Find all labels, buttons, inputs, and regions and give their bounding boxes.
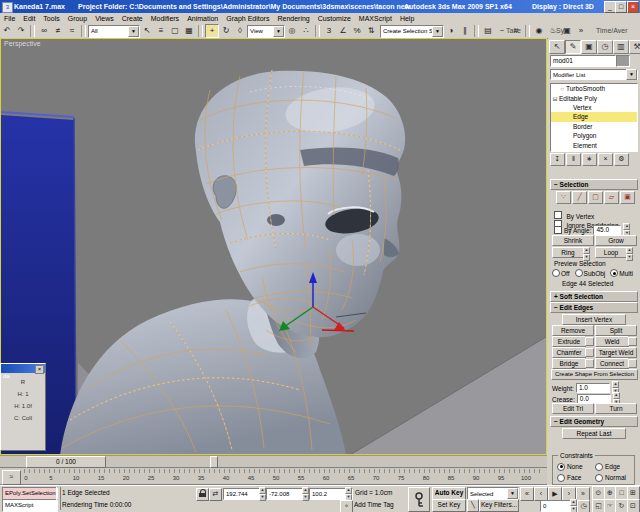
play-button[interactable]: ▶ (548, 487, 562, 501)
selection-filter-dropdown[interactable]: All ▼ (88, 25, 140, 38)
floating-dialog[interactable]: da × RH: 1H: 1.0fC: Coll (0, 363, 46, 451)
turn-button[interactable]: Turn (595, 403, 637, 414)
ring-spinner[interactable]: ▲▼ (583, 247, 590, 261)
min-max-toggle-icon[interactable]: ⊡ (627, 499, 640, 512)
border-mode-icon[interactable]: ▢ (588, 191, 603, 204)
chamfer-settings-button[interactable] (585, 348, 594, 357)
make-unique-icon[interactable]: ∗ (582, 153, 597, 166)
y-coordinate-field[interactable]: -72.008▲▼ (266, 488, 310, 500)
edit-edges-rollout-header[interactable]: − Edit Edges (550, 302, 638, 313)
layer-manager-icon[interactable]: ▤ (481, 24, 495, 38)
close-button[interactable]: × (627, 1, 639, 13)
chamfer-button[interactable]: Chamfer (552, 347, 586, 358)
menu-item[interactable]: Graph Editors (222, 15, 273, 22)
go-to-end-button[interactable]: » (576, 487, 590, 501)
time-slider-handle[interactable]: 0 / 100 (26, 456, 106, 468)
constraint-radio[interactable]: Edge (595, 461, 633, 472)
constraint-radio[interactable]: Normal (595, 472, 633, 483)
menu-item[interactable]: Views (91, 15, 118, 22)
menu-item[interactable]: Tools (39, 15, 63, 22)
key-filters-button[interactable]: Key Filters... (479, 499, 519, 512)
extrude-button[interactable]: Extrude (552, 336, 586, 347)
reference-coordinate-dropdown[interactable]: View ▼ (247, 25, 285, 38)
configure-modifier-sets-icon[interactable]: ⚙ (614, 153, 629, 166)
show-end-result-icon[interactable]: ‖ (566, 153, 581, 166)
constraint-radio[interactable]: Face (557, 472, 595, 483)
preview-radio[interactable]: Off (552, 269, 570, 277)
tab-utilities[interactable]: ⚒ (629, 40, 640, 54)
tab-motion[interactable]: ◷ (597, 40, 613, 54)
selection-lock-toggle[interactable] (196, 488, 209, 501)
edge-mode-icon[interactable]: ╱ (572, 191, 587, 204)
time-slider-end-button[interactable] (210, 456, 218, 468)
spinner[interactable]: ▲▼ (570, 499, 577, 512)
align-icon[interactable]: ∥ (458, 24, 472, 38)
grow-button[interactable]: Grow (595, 235, 637, 246)
menu-item[interactable]: Edit (19, 15, 39, 22)
remove-modifier-icon[interactable]: × (598, 153, 613, 166)
current-frame-field[interactable]: 0▲▼ (540, 500, 578, 512)
element-mode-icon[interactable]: ▣ (620, 191, 635, 204)
create-shape-button[interactable]: Create Shape From Selection (551, 369, 638, 380)
tab-modify[interactable]: ✎ (565, 40, 581, 54)
unlink-selection-icon[interactable]: ≠ (51, 24, 65, 38)
floating-dialog-titlebar[interactable]: da × (1, 364, 45, 373)
menu-item[interactable]: Modifiers (147, 15, 183, 22)
spinner[interactable]: ▲▼ (302, 487, 309, 501)
previous-frame-button[interactable]: ‹ (534, 487, 548, 501)
menu-item[interactable]: Rendering (273, 15, 313, 22)
menu-item[interactable]: Customize (314, 15, 355, 22)
bridge-settings-button[interactable] (585, 359, 594, 368)
go-to-start-button[interactable]: « (520, 487, 534, 501)
modifier-stack-row[interactable]: ○ TurboSmooth (551, 84, 637, 93)
tab-hierarchy[interactable]: ▣ (581, 40, 597, 54)
viewport-label[interactable]: Perspective (4, 40, 41, 47)
tab-display[interactable]: ▥ (613, 40, 629, 54)
z-coordinate-field[interactable]: 100.2▲▼ (309, 488, 353, 500)
connect-button[interactable]: Connect (595, 358, 629, 369)
constraint-radio[interactable]: None (557, 461, 595, 472)
selection-rollout-header[interactable]: − Selection (550, 179, 638, 190)
modifier-stack-row[interactable]: Border (551, 122, 637, 131)
bridge-button[interactable]: Bridge (552, 358, 586, 369)
ring-button[interactable]: Ring (552, 247, 584, 258)
edit-geometry-rollout-header[interactable]: − Edit Geometry (550, 416, 638, 427)
maximize-button[interactable]: □ (615, 1, 627, 13)
object-color-swatch[interactable] (616, 55, 630, 67)
set-keys-button[interactable] (408, 487, 430, 512)
use-pivot-center-icon[interactable]: ◎ (285, 24, 299, 38)
rectangular-region-icon[interactable]: ▢ (168, 24, 182, 38)
add-time-tag[interactable]: Add Time Tag (354, 501, 394, 508)
percent-snap-icon[interactable]: % (350, 24, 364, 38)
pin-stack-icon[interactable]: ↧ (550, 153, 565, 166)
preview-radio[interactable]: Multi (610, 269, 633, 277)
menu-item[interactable]: MAXScript (355, 15, 396, 22)
weld-button[interactable]: Weld (595, 336, 629, 347)
insert-vertex-button[interactable]: Insert Vertex (562, 314, 626, 325)
absolute-offset-toggle[interactable]: ⇄ (209, 488, 222, 501)
menu-item[interactable]: Animation (183, 15, 222, 22)
preview-radio[interactable]: SubObj (575, 269, 606, 277)
spinner-snap-icon[interactable]: ⇅ (364, 24, 378, 38)
set-key-button[interactable]: Set Key (432, 499, 466, 512)
perspective-viewport[interactable] (0, 38, 547, 455)
modifier-stack-row[interactable]: ⊟ Editable Poly (551, 93, 637, 102)
time-configuration-button[interactable]: ◷ (577, 500, 590, 512)
title-bar[interactable]: 3 Kaneda1 7.max Project Folder: C:\Docum… (0, 0, 640, 13)
angle-field[interactable]: 45.0 (593, 225, 621, 235)
window-crossing-icon[interactable]: ▦ (182, 24, 196, 38)
mirror-icon[interactable]: ◑ (444, 24, 458, 38)
spinner[interactable]: ▲▼ (259, 487, 266, 501)
select-and-manipulate-icon[interactable]: ∴ (299, 24, 313, 38)
edit-tri-button[interactable]: Edit Tri (552, 403, 594, 414)
select-and-rotate-icon[interactable]: ↻ (219, 24, 233, 38)
menu-item[interactable]: File (0, 15, 19, 22)
spinner[interactable]: ▲▼ (345, 487, 352, 501)
menu-item[interactable]: Group (64, 15, 91, 22)
loop-button[interactable]: Loop (595, 247, 627, 258)
select-and-link-icon[interactable]: ∞ (37, 24, 51, 38)
redo-icon[interactable]: ↷ (14, 24, 28, 38)
vertex-mode-icon[interactable]: ∵ (556, 191, 571, 204)
material-editor-icon[interactable]: ◉ (532, 24, 546, 38)
select-and-move-icon[interactable]: + (205, 24, 219, 38)
